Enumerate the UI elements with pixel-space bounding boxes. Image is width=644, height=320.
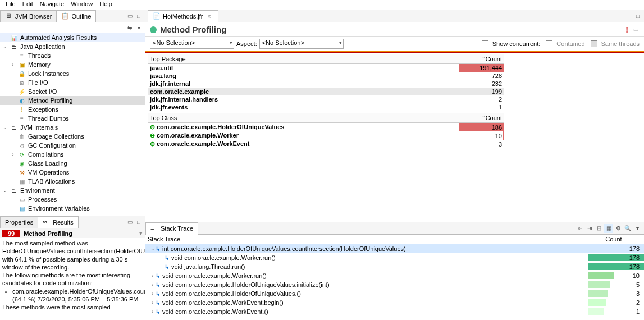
tree-item[interactable]: 🔒Lock Instances xyxy=(0,69,145,78)
tree-item[interactable]: ◐Method Profiling xyxy=(0,96,145,105)
show-concurrent-checkbox[interactable] xyxy=(482,40,488,47)
table-row[interactable]: ⊖com.oracle.example.WorkEvent3 xyxy=(148,140,504,148)
gear-icon[interactable]: ⚙ xyxy=(614,224,623,233)
find-icon[interactable]: 🔍 xyxy=(623,224,632,233)
tree-item[interactable]: ⚙GC Configuration xyxy=(0,141,145,150)
top-package-table[interactable]: Top Package⌄Countjava.util191,444java.la… xyxy=(148,54,504,111)
chevron-icon[interactable]: ⌄ xyxy=(2,44,8,49)
tree-item[interactable]: ⚡Socket I/O xyxy=(0,87,145,96)
tab-stack-trace[interactable]: ≡Stack Trace xyxy=(145,222,198,235)
stack-row[interactable]: ›↳void com.oracle.example.HolderOfUnique… xyxy=(145,289,644,298)
tree-item[interactable]: 🗑Garbage Collections xyxy=(0,132,145,141)
chevron-icon[interactable]: › xyxy=(150,273,156,278)
tab-jvm-browser[interactable]: 🖥JVM Browser xyxy=(0,10,57,22)
maximize-icon[interactable]: □ xyxy=(135,12,143,20)
tree-icon[interactable]: ⊟ xyxy=(595,224,604,233)
stack-row[interactable]: ›↳void com.oracle.example.WorkEvent.begi… xyxy=(145,298,644,307)
chevron-icon[interactable]: ⌄ xyxy=(150,246,156,252)
tree-label: Threads xyxy=(28,52,51,59)
chevron-down-icon[interactable]: ▾ xyxy=(139,230,143,237)
minimize-icon[interactable]: ▭ xyxy=(126,12,134,20)
tree-item[interactable]: !Exceptions xyxy=(0,105,145,114)
next-icon[interactable]: ⇥ xyxy=(585,224,594,233)
tree-item[interactable]: ▭Processes xyxy=(0,195,145,204)
chevron-icon[interactable]: › xyxy=(10,62,16,67)
tree-item[interactable]: ⚒VM Operations xyxy=(0,168,145,177)
col-header[interactable]: Top Package xyxy=(148,54,459,64)
col-header[interactable]: Count xyxy=(586,236,642,243)
warning-icon[interactable]: ! xyxy=(625,25,628,34)
link-icon[interactable]: ⇆ xyxy=(126,24,134,31)
col-header[interactable]: Stack Trace xyxy=(148,236,586,243)
cell-name: java.lang xyxy=(148,72,459,80)
tree-item[interactable]: ≡Thread Dumps xyxy=(0,114,145,123)
tab-outline[interactable]: 📋Outline xyxy=(56,10,96,22)
table-row[interactable]: java.lang728 xyxy=(148,72,504,80)
tree-section[interactable]: ⌄🗀Java Application xyxy=(0,42,145,51)
tree-item[interactable]: ≡Threads xyxy=(0,51,145,60)
workarea: 🖥JVM Browser 📋Outline ▭□ ⇆ ▾ 📊Automated … xyxy=(0,10,644,320)
table-row[interactable]: com.oracle.example199 xyxy=(148,88,504,95)
tree-item[interactable]: ◉Class Loading xyxy=(0,159,145,168)
tree-label: Compilations xyxy=(28,151,64,158)
tab-results[interactable]: ∞Results xyxy=(38,216,79,228)
item-icon: ▦ xyxy=(18,177,26,185)
close-icon[interactable]: × xyxy=(205,12,213,20)
chevron-icon[interactable]: › xyxy=(150,282,156,287)
tree-item[interactable]: 🗎File I/O xyxy=(0,78,145,87)
menu-edit[interactable]: Edit xyxy=(19,0,36,10)
tree-item[interactable]: ›⟳Compilations xyxy=(0,150,145,159)
selection-combo[interactable]: <No Selection> xyxy=(150,39,234,49)
chevron-icon[interactable]: › xyxy=(150,309,156,314)
stack-row[interactable]: ↳void java.lang.Thread.run()178 xyxy=(145,262,644,271)
contained-checkbox[interactable] xyxy=(546,40,552,47)
table-row[interactable]: jdk.jfr.internal.handlers2 xyxy=(148,95,504,103)
cell-count: 1 xyxy=(459,103,504,111)
stack-row[interactable]: ⌄↳int com.oracle.example.HolderOfUniqueV… xyxy=(145,244,644,253)
maximize-icon[interactable]: □ xyxy=(135,218,143,226)
stack-row[interactable]: ›↳void com.oracle.example.WorkEvent.()1 xyxy=(145,307,644,316)
cell-count: 3 xyxy=(459,140,504,148)
table-row[interactable]: jdk.jfr.internal232 xyxy=(148,80,504,88)
chevron-icon[interactable]: › xyxy=(150,291,156,296)
menu-file[interactable]: File xyxy=(2,0,19,10)
chevron-icon[interactable]: › xyxy=(150,300,156,305)
editor-tab[interactable]: 📄HotMethods.jfr× xyxy=(148,10,218,22)
cell-count: 191,444 xyxy=(459,64,504,72)
minimize-icon[interactable]: ▭ xyxy=(126,218,134,226)
tree-section[interactable]: ⌄🗀Environment xyxy=(0,186,145,195)
tree-item[interactable]: ›▣Memory xyxy=(0,60,145,69)
tab-properties[interactable]: Properties xyxy=(0,216,38,228)
menu-navigate[interactable]: Navigate xyxy=(36,0,67,10)
stack-row[interactable]: ›↳void com.oracle.example.HolderOfUnique… xyxy=(145,280,644,289)
top-class-table[interactable]: Top Class⌄Count⊖com.oracle.example.Holde… xyxy=(148,113,504,148)
tree-item[interactable]: ▦TLAB Allocations xyxy=(0,177,145,186)
table-row[interactable]: jdk.jfr.events1 xyxy=(148,103,504,111)
chevron-icon[interactable]: ⌄ xyxy=(2,188,8,193)
maximize-icon[interactable]: □ xyxy=(634,12,642,20)
tree-root[interactable]: 📊Automated Analysis Results xyxy=(0,33,145,42)
stack-row[interactable]: ›↳void com.oracle.example.Worker.run()10 xyxy=(145,271,644,280)
tree-item[interactable]: ▤Environment Variables xyxy=(0,204,145,213)
same-threads-checkbox[interactable] xyxy=(591,40,597,47)
stack-row[interactable]: ↳void com.oracle.example.Worker.run()178 xyxy=(145,253,644,262)
menu-help[interactable]: Help xyxy=(96,0,116,10)
menu-icon[interactable]: ▾ xyxy=(135,24,143,31)
cell-name: jdk.jfr.internal.handlers xyxy=(148,95,459,103)
tree-section[interactable]: ⌄🗀JVM Internals xyxy=(0,123,145,132)
col-header[interactable]: ⌄Count xyxy=(459,113,504,123)
menu-window[interactable]: Window xyxy=(67,0,96,10)
menu-icon[interactable]: ▾ xyxy=(633,224,642,233)
panel-icon[interactable]: ▭ xyxy=(632,26,640,34)
table-row[interactable]: ⊖com.oracle.example.Worker10 xyxy=(148,131,504,140)
col-header[interactable]: Top Class xyxy=(148,113,459,123)
aspect-combo[interactable]: <No Selection> xyxy=(259,39,344,49)
table-row[interactable]: ⊖com.oracle.example.HolderOfUniqueValues… xyxy=(148,123,504,132)
results-icon: ∞ xyxy=(43,218,51,226)
group-icon[interactable]: ▦ xyxy=(604,224,613,233)
col-header[interactable]: ⌄Count xyxy=(459,54,504,64)
chevron-icon[interactable]: ⌄ xyxy=(2,125,8,130)
table-row[interactable]: java.util191,444 xyxy=(148,64,504,72)
chevron-icon[interactable]: › xyxy=(10,152,16,157)
prev-icon[interactable]: ⇤ xyxy=(576,224,584,233)
